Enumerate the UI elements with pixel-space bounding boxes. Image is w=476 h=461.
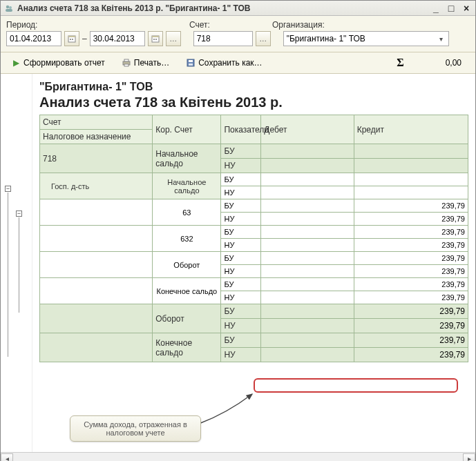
date-from-picker-button[interactable] <box>64 31 79 46</box>
cell-empty <box>40 304 153 333</box>
cell-empty <box>354 159 468 173</box>
cell-bu: БУ <box>221 304 261 319</box>
cell-empty <box>354 144 468 159</box>
account-select-button[interactable]: … <box>256 31 271 46</box>
cell-nu: НУ <box>221 186 261 199</box>
callout-text: Сумма дохода, отраженная в налоговом уче… <box>84 420 187 437</box>
cell-nu: НУ <box>221 159 261 173</box>
print-button[interactable]: Печать… <box>117 55 174 70</box>
row-718: 718 <box>40 144 153 173</box>
svg-rect-15 <box>189 60 193 62</box>
calendar-icon <box>68 35 76 43</box>
cell-bu: БУ <box>221 173 261 186</box>
play-icon: ▶ <box>11 58 21 68</box>
date-to-picker-button[interactable] <box>148 31 163 46</box>
report-title: Анализ счета 718 за Квітень 2013 р. <box>39 95 468 110</box>
org-input[interactable]: "Бригантина- 1" ТОВ ▾ <box>283 31 449 46</box>
cell-nu: НУ <box>221 213 261 226</box>
cell-empty <box>261 252 354 265</box>
date-range-dash: – <box>82 34 87 43</box>
people-icon <box>3 3 15 14</box>
titlebar: Анализ счета 718 за Квітень 2013 р. "Бри… <box>1 1 475 16</box>
row-oborot-s: Оборот <box>153 252 221 278</box>
cell-empty <box>40 278 153 304</box>
printer-icon <box>122 58 131 68</box>
form-report-button[interactable]: ▶ Сформировать отчет <box>6 55 110 70</box>
col-account: Счет <box>40 115 153 130</box>
report-area: − − "Бригантина- 1" ТОВ Анализ счета 718… <box>1 74 475 461</box>
svg-rect-10 <box>155 39 157 40</box>
svg-rect-8 <box>152 36 159 37</box>
date-from-input[interactable]: 01.04.2013 <box>6 31 61 46</box>
cell-nu: НУ <box>221 239 261 252</box>
callout: Сумма дохода, отраженная в налоговом уче… <box>70 415 201 442</box>
svg-point-1 <box>9 6 12 9</box>
svg-rect-4 <box>68 36 75 37</box>
cell-credit: 239,79 <box>354 319 468 333</box>
scroll-left-button[interactable]: ◂ <box>1 453 13 462</box>
chevron-down-icon[interactable]: ▾ <box>436 33 447 44</box>
row-start-bal-s: Начальное сальдо <box>153 173 221 199</box>
cell-empty <box>261 348 354 362</box>
cell-credit: 239,79 <box>354 239 468 252</box>
cell-empty <box>261 226 354 239</box>
maximize-button[interactable]: □ <box>445 3 457 14</box>
svg-rect-6 <box>72 39 73 40</box>
cell-empty <box>261 304 354 319</box>
cell-empty <box>261 319 354 333</box>
row-endbal: Конечное сальдо <box>153 333 221 362</box>
cell-nu: НУ <box>221 348 261 362</box>
ellipsis-icon: … <box>259 35 267 43</box>
cell-empty <box>261 278 354 291</box>
cell-credit: 239,79 <box>354 252 468 265</box>
cell-empty <box>261 291 354 304</box>
col-credit: Кредит <box>354 115 468 144</box>
outline-line <box>8 193 8 357</box>
outline-line <box>19 217 19 313</box>
cell-bu: БУ <box>221 333 261 348</box>
scroll-right-button[interactable]: ▸ <box>463 453 475 462</box>
cell-credit: 239,79 <box>354 226 468 239</box>
minimize-button[interactable]: _ <box>430 3 442 14</box>
svg-rect-12 <box>124 59 128 61</box>
scroll-track[interactable] <box>13 453 463 462</box>
outline-gutter: − − <box>1 74 32 452</box>
outline-collapse-button[interactable]: − <box>5 186 11 192</box>
date-to-input[interactable]: 30.04.2013 <box>90 31 145 46</box>
cell-empty <box>261 199 354 213</box>
account-input[interactable]: 718 <box>193 31 253 46</box>
cell-credit: 239,79 <box>354 213 468 226</box>
row-gosp: Госп. д-сть <box>40 173 153 199</box>
report-org: "Бригантина- 1" ТОВ <box>39 81 468 93</box>
outline-collapse-button[interactable]: − <box>16 210 22 217</box>
cell-empty <box>354 173 468 186</box>
col-indicators: Показатели <box>221 115 261 144</box>
arrow-icon <box>196 393 265 427</box>
filter-panel: Период: Счет: Организация: 01.04.2013 – … <box>1 16 475 52</box>
horizontal-scrollbar[interactable]: ◂ ▸ <box>1 452 475 461</box>
svg-rect-2 <box>6 9 12 12</box>
account-label: Счет: <box>189 20 272 30</box>
report-table: Счет Кор. Счет Показатели Дебет Кредит Н… <box>39 115 468 362</box>
row-oborot: Оборот <box>153 304 221 333</box>
highlight-box <box>254 378 458 393</box>
period-label: Период: <box>6 20 189 30</box>
report: "Бригантина- 1" ТОВ Анализ счета 718 за … <box>39 81 468 362</box>
cell-empty <box>261 173 354 186</box>
floppy-icon <box>186 58 196 68</box>
cell-bu: БУ <box>221 278 261 291</box>
cell-nu: НУ <box>221 319 261 333</box>
print-label: Печать… <box>134 58 169 68</box>
calendar-icon <box>151 35 160 43</box>
cell-empty <box>40 199 153 226</box>
col-tax: Налоговое назначение <box>40 130 153 144</box>
cell-nu: НУ <box>221 265 261 278</box>
col-debit: Дебет <box>261 115 354 144</box>
save-as-button[interactable]: Сохранить как… <box>181 55 267 70</box>
period-select-button[interactable]: … <box>166 31 181 46</box>
close-button[interactable]: × <box>460 3 473 14</box>
cell-empty <box>261 333 354 348</box>
org-value: "Бригантина- 1" ТОВ <box>287 34 365 43</box>
cell-nu: НУ <box>221 291 261 304</box>
cell-empty <box>261 213 354 226</box>
